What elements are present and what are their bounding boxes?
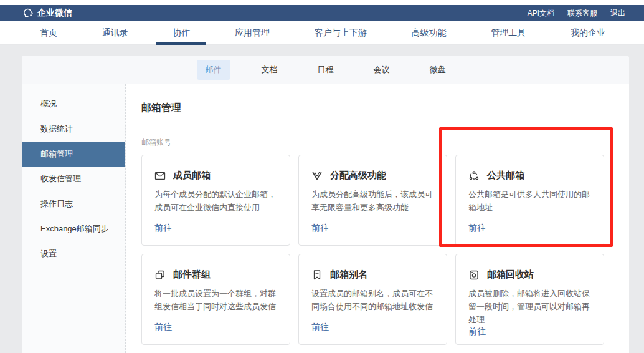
card-description: 设置成员的邮箱别名，成员可在不同场合使用不同的邮箱地址收发信 xyxy=(311,288,440,314)
card-member-mailbox: 成员邮箱 为每个成员分配的默认企业邮箱，成员可在企业微信内直接使用 前往 xyxy=(141,155,290,246)
wecom-admin-screen: 企业微信 API文档 联系客服 退出 首页 通讯录 协作 应用管理 客户与上下游… xyxy=(0,0,644,353)
card-title: 邮件群组 xyxy=(173,269,211,281)
card-title: 成员邮箱 xyxy=(173,170,211,181)
mail-group-icon xyxy=(154,269,166,281)
card-title: 邮箱回收站 xyxy=(487,269,534,281)
wecom-logo[interactable]: 企业微信 xyxy=(22,7,72,19)
logout-link[interactable]: 退出 xyxy=(604,8,632,19)
card-description: 成员被删除，邮箱将进入回收站保留一段时间，管理员可以对邮箱再处理 xyxy=(468,288,597,326)
nav-item-advanced-features[interactable]: 高级功能 xyxy=(409,21,449,45)
api-docs-link[interactable]: API文档 xyxy=(521,8,561,19)
mail-sidebar: 概况 数据统计 邮箱管理 收发信管理 操作日志 Exchange邮箱同步 设置 xyxy=(22,84,126,353)
card-title: 邮箱别名 xyxy=(330,269,367,281)
share-nodes-icon xyxy=(468,170,480,181)
recycle-bin-icon xyxy=(468,269,480,281)
card-mailbox-recycle-bin: 邮箱回收站 成员被删除，邮箱将进入回收站保留一段时间，管理员可以对邮箱再处理 前… xyxy=(455,254,604,345)
go-link-mailbox-recycle-bin[interactable]: 前往 xyxy=(468,326,591,337)
bookmark-icon xyxy=(311,269,323,281)
sidebar-item-send-receive[interactable]: 收发信管理 xyxy=(22,167,125,191)
nav-item-customers[interactable]: 客户与上下游 xyxy=(312,21,369,45)
nav-item-app-management[interactable]: 应用管理 xyxy=(232,21,272,45)
subtab-bar: 邮件 文档 日程 会议 微盘 xyxy=(22,56,629,84)
card-grid: 成员邮箱 为每个成员分配的默认企业邮箱，成员可在企业微信内直接使用 前往 xyxy=(141,155,613,353)
sidebar-item-statistics[interactable]: 数据统计 xyxy=(22,117,125,142)
section-label-mail-accounts: 邮箱账号 xyxy=(141,137,613,148)
card-assign-advanced: 分配高级功能 为成员分配高级功能后，该成员可享无限容量和更多高级功能 前往 xyxy=(298,155,447,246)
main-content: 邮箱管理 邮箱账号 成员邮箱 为每个成员分 xyxy=(126,84,629,353)
top-bar: 企业微信 API文档 联系客服 退出 xyxy=(0,5,644,21)
card-mailbox-alias: 邮箱别名 设置成员的邮箱别名，成员可在不同场合使用不同的邮箱地址收发信 前往 xyxy=(298,254,447,345)
nav-item-admin-tools[interactable]: 管理工具 xyxy=(488,21,528,45)
chat-bubble-icon xyxy=(22,7,34,19)
tab-drive[interactable]: 微盘 xyxy=(421,60,455,80)
nav-item-collaboration[interactable]: 协作 xyxy=(170,21,192,45)
card-description: 为每个成员分配的默认企业邮箱，成员可在企业微信内直接使用 xyxy=(154,188,283,215)
nav-item-my-company[interactable]: 我的企业 xyxy=(568,21,608,45)
card-title: 公共邮箱 xyxy=(487,170,524,181)
card-mail-group: 邮件群组 将一批成员设置为一个群组，对群组发信相当于同时对这些成员发信 前往 xyxy=(141,254,290,345)
card-description: 为成员分配高级功能后，该成员可享无限容量和更多高级功能 xyxy=(311,188,440,215)
go-link-public-mailbox[interactable]: 前往 xyxy=(468,223,591,234)
tab-mail[interactable]: 邮件 xyxy=(197,60,230,80)
topbar-links: API文档 联系客服 退出 xyxy=(521,8,632,19)
tab-calendar[interactable]: 日程 xyxy=(309,60,343,80)
logo-text: 企业微信 xyxy=(37,7,72,19)
v-badge-icon xyxy=(311,170,323,181)
envelope-icon xyxy=(154,170,166,181)
page-title: 邮箱管理 xyxy=(141,102,613,115)
card-description: 公共邮箱是可供多人共同使用的邮箱地址 xyxy=(468,188,597,215)
nav-item-home[interactable]: 首页 xyxy=(37,21,60,45)
tab-meeting[interactable]: 会议 xyxy=(365,60,399,80)
content-panel: 邮件 文档 日程 会议 微盘 概况 数据统计 邮箱管理 收发信管理 操作日志 E… xyxy=(22,56,629,353)
title-divider xyxy=(141,123,613,123)
sidebar-item-exchange-sync[interactable]: Exchange邮箱同步 xyxy=(22,216,125,241)
go-link-mail-group[interactable]: 前往 xyxy=(154,322,277,333)
sidebar-item-operation-log[interactable]: 操作日志 xyxy=(22,191,125,216)
sidebar-item-overview[interactable]: 概况 xyxy=(22,92,125,117)
page-background: 邮件 文档 日程 会议 微盘 概况 数据统计 邮箱管理 收发信管理 操作日志 E… xyxy=(0,45,644,353)
contact-support-link[interactable]: 联系客服 xyxy=(561,8,604,19)
go-link-mailbox-alias[interactable]: 前往 xyxy=(311,322,434,333)
card-title: 分配高级功能 xyxy=(330,170,386,181)
nav-item-contacts[interactable]: 通讯录 xyxy=(100,21,131,45)
primary-nav: 首页 通讯录 协作 应用管理 客户与上下游 高级功能 管理工具 我的企业 xyxy=(0,21,644,45)
go-link-member-mailbox[interactable]: 前往 xyxy=(154,223,277,234)
tab-docs[interactable]: 文档 xyxy=(253,60,286,80)
sidebar-item-mailbox-management[interactable]: 邮箱管理 xyxy=(22,142,125,167)
go-link-assign-advanced[interactable]: 前往 xyxy=(311,223,434,234)
card-public-mailbox: 公共邮箱 公共邮箱是可供多人共同使用的邮箱地址 前往 xyxy=(455,155,604,246)
sidebar-item-settings[interactable]: 设置 xyxy=(22,241,125,266)
card-description: 将一批成员设置为一个群组，对群组发信相当于同时对这些成员发信 xyxy=(154,288,283,314)
